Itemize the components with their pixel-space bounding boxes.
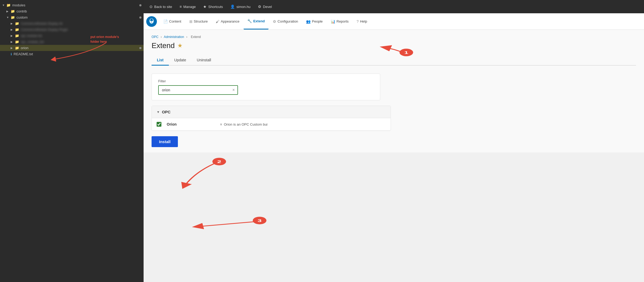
folder-icon: 📁 xyxy=(6,3,11,7)
folder-icon: 📁 xyxy=(15,46,19,50)
breadcrumb-admin[interactable]: Administration xyxy=(164,35,184,39)
page-title: Extend ★ xyxy=(152,41,636,50)
nav-content-label: Content xyxy=(169,19,181,23)
content-icon: 📄 xyxy=(163,19,168,24)
chevron-right-icon: ▶ xyxy=(11,34,15,37)
page-content: OPC › Administration › Extend Extend ★ L… xyxy=(144,30,644,152)
module-desc-text: Orion is an OPC Custom bui xyxy=(224,122,267,126)
readme-label: README.txt xyxy=(14,52,33,56)
favorite-star-icon[interactable]: ★ xyxy=(177,42,183,49)
config-icon: ⚙ xyxy=(273,19,276,24)
chevron-right-icon: ▶ xyxy=(11,22,15,25)
shortcuts-label: Shortcuts xyxy=(208,5,223,9)
breadcrumb-extend: Extend xyxy=(191,35,201,39)
chevron-down-icon: ▼ xyxy=(2,4,6,7)
module-section: ▼ OPC Orion ∨ Orion is an OPC Custom bui xyxy=(152,106,391,131)
nav-extend[interactable]: 🔧 Extend xyxy=(244,13,268,29)
user-label: simon.hu xyxy=(236,5,250,9)
folder-icon: 📁 xyxy=(11,15,15,19)
svg-text:3: 3 xyxy=(258,219,262,223)
install-button[interactable]: Install xyxy=(152,136,178,147)
module-row-orion: Orion ∨ Orion is an OPC Custom bui xyxy=(152,118,391,131)
modules-label: modules xyxy=(12,3,25,7)
drupal-nav: 📄 Content ⊞ Structure 🖌 Appearance 🔧 Ext… xyxy=(144,13,644,30)
breadcrumb: OPC › Administration › Extend xyxy=(152,35,636,39)
module-checkbox-orion[interactable] xyxy=(157,122,161,127)
people-icon: 👥 xyxy=(306,19,311,24)
menu-icon: ≡ xyxy=(179,5,182,9)
tree-item-readme[interactable]: ℹ README.txt xyxy=(0,51,144,57)
svg-text:2: 2 xyxy=(217,160,221,164)
nav-reports[interactable]: 📊 Reports xyxy=(327,13,353,29)
chevron-right-icon: ▶ xyxy=(11,40,15,43)
nav-extend-label: Extend xyxy=(253,19,265,23)
nav-configuration[interactable]: ⚙ Configuration xyxy=(269,13,302,29)
folder-icon: 📁 xyxy=(15,40,19,44)
tree-item-modules[interactable]: ▼ 📁 modules xyxy=(0,2,144,8)
folder-icon: 📁 xyxy=(15,28,19,32)
orion-label: orion xyxy=(21,46,28,50)
nav-appearance[interactable]: 🖌 Appearance xyxy=(212,13,243,29)
nav-structure[interactable]: ⊞ Structure xyxy=(186,13,212,29)
tree-item-contrib[interactable]: ▶ 📁 contrib xyxy=(0,8,144,14)
module-section-header[interactable]: ▼ OPC xyxy=(152,106,391,118)
module-desc-orion: ∨ Orion is an OPC Custom bui xyxy=(220,122,386,126)
contrib-label: contrib xyxy=(16,9,27,13)
tab-update[interactable]: Update xyxy=(169,55,191,66)
user-icon: 👤 xyxy=(230,5,235,9)
collapse-icon: ▼ xyxy=(157,110,160,114)
help-icon: ? xyxy=(357,19,359,24)
nav-help[interactable]: ? Help xyxy=(353,13,371,29)
tab-uninstall[interactable]: Uninstall xyxy=(191,55,216,66)
folder-icon: 📁 xyxy=(11,9,15,13)
nav-structure-label: Structure xyxy=(194,19,208,23)
tree-item-blurred1[interactable]: ▶ 📁 CommerceModule Display All xyxy=(0,20,144,27)
devel-button[interactable]: ⚙ Devel xyxy=(255,3,275,10)
appearance-icon: 🖌 xyxy=(216,19,219,24)
nav-configuration-label: Configuration xyxy=(278,19,298,23)
module-section-title: OPC xyxy=(162,110,171,114)
tree-item-blurred3[interactable]: ▶ 📁 opc module list xyxy=(0,33,144,39)
manage-button[interactable]: ≡ Manage xyxy=(176,3,199,10)
breadcrumb-opc[interactable]: OPC xyxy=(152,35,158,39)
dot-indicator xyxy=(139,16,141,19)
content-area: OPC › Administration › Extend Extend ★ L… xyxy=(144,30,644,282)
breadcrumb-sep1: › xyxy=(161,35,162,39)
tree-item-orion[interactable]: ▶ 📁 orion xyxy=(0,45,144,51)
blurred-label-1: CommerceModule Display All xyxy=(21,22,62,25)
filter-input-wrap: × xyxy=(158,85,238,95)
folder-icon: 📁 xyxy=(15,22,19,25)
star-icon: ★ xyxy=(203,5,207,9)
file-tree-panel: ▼ 📁 modules ▶ 📁 contrib ▼ 📁 custom ▶ 📁 C… xyxy=(0,0,144,282)
nav-content[interactable]: 📄 Content xyxy=(160,13,185,29)
chevron-down-icon: ▼ xyxy=(6,16,11,19)
filter-clear-button[interactable]: × xyxy=(230,86,237,94)
tree-item-blurred2[interactable]: ▶ 📁 CommerceModule Display Plugin xyxy=(0,27,144,33)
back-to-site-button[interactable]: ⊙ Back to site xyxy=(146,3,175,10)
expand-desc-icon[interactable]: ∨ xyxy=(220,122,222,126)
svg-point-9 xyxy=(253,217,266,224)
tree-item-blurred4[interactable]: ▶ 📁 opc_module_list xyxy=(0,39,144,45)
chevron-right-icon: ▶ xyxy=(11,46,15,49)
structure-icon: ⊞ xyxy=(189,19,193,24)
breadcrumb-sep2: › xyxy=(186,35,187,39)
back-to-site-label: Back to site xyxy=(154,5,172,9)
nav-reports-label: Reports xyxy=(337,19,349,23)
dot-indicator xyxy=(139,4,141,6)
tree-item-custom[interactable]: ▼ 📁 custom xyxy=(0,14,144,20)
right-panel: ⊙ Back to site ≡ Manage ★ Shortcuts 👤 si… xyxy=(144,0,644,282)
blurred-label-3: opc module list xyxy=(21,34,42,38)
dot-indicator xyxy=(139,47,141,49)
tab-list[interactable]: List xyxy=(152,55,169,66)
gear-icon: ⚙ xyxy=(258,5,261,9)
nav-people[interactable]: 👥 People xyxy=(302,13,326,29)
chevron-right-icon: ▶ xyxy=(6,10,11,13)
filter-label: Filter xyxy=(158,79,374,83)
annotation-text: put orion module's folder here xyxy=(90,35,119,44)
user-button[interactable]: 👤 simon.hu xyxy=(227,3,254,10)
tab-bar: List Update Uninstall xyxy=(152,55,636,66)
drupal-logo xyxy=(146,16,157,27)
filter-input[interactable] xyxy=(159,86,230,94)
blurred-label-4: opc_module_list xyxy=(21,40,44,44)
shortcuts-button[interactable]: ★ Shortcuts xyxy=(200,3,226,10)
